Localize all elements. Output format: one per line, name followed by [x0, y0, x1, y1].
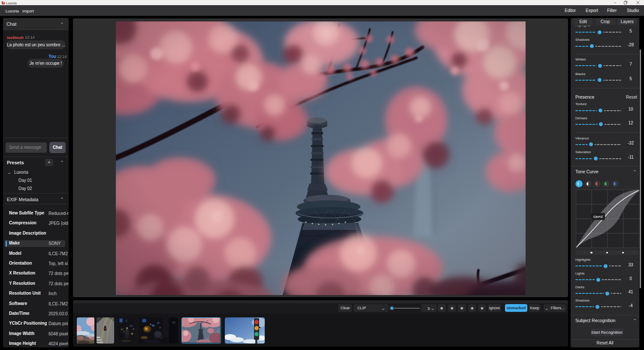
svg-text:Ctrl+Z: Ctrl+Z [593, 215, 603, 219]
